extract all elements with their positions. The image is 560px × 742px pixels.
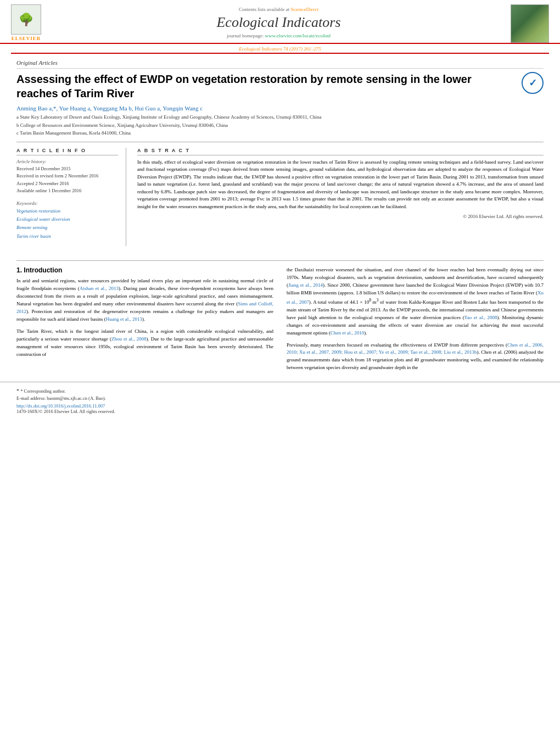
article-info-header: A R T I C L E I N F O <box>16 148 118 155</box>
journal-name: Ecological Indicators <box>58 14 500 31</box>
article-info-col: A R T I C L E I N F O Article history: R… <box>16 148 126 247</box>
info-abstract-cols: A R T I C L E I N F O Article history: R… <box>16 142 544 247</box>
corresponding-symbol: * <box>16 388 19 394</box>
article-footer: * * Corresponding author. E-mail address… <box>0 382 560 419</box>
abstract-col: A B S T R A C T In this study, effect of… <box>137 148 544 247</box>
ref-huang[interactable]: Huang et al., 2013 <box>106 316 142 322</box>
abstract-copyright: © 2016 Elsevier Ltd. All rights reserved… <box>137 214 544 219</box>
received-date: Received 14 December 2015 <box>16 165 118 173</box>
keyword-3: Remote sensing <box>16 224 118 232</box>
ref-tao2008[interactable]: Tao et al., 2008 <box>464 315 497 320</box>
keyword-2: Ecological water diversion <box>16 215 118 224</box>
ref-chen2006[interactable]: Chen et al., 2006, 2010; Xu et al., 2007… <box>287 342 544 355</box>
ref-zhou[interactable]: Zhou et al., 2008 <box>111 336 147 342</box>
corresponding-note: * * Corresponding author. <box>16 387 544 395</box>
article-title: Assessing the effect of EWDP on vegetati… <box>16 72 522 101</box>
rights-line: 1470-160X/© 2016 Elsevier Ltd. All right… <box>16 409 544 414</box>
doi-line[interactable]: http://dx.doi.org/10.1016/j.ecolind.2016… <box>16 403 544 409</box>
abstract-text: In this study, effect of ecological wate… <box>137 159 544 211</box>
keywords-label: Keywords: <box>16 200 118 206</box>
accepted-date: Accepted 2 November 2016 <box>16 180 118 188</box>
history-label: Article history: <box>16 159 118 164</box>
section-divider <box>16 260 544 261</box>
article-type: Original Articles <box>16 59 544 69</box>
abstract-header: A B S T R A C T <box>137 148 544 155</box>
affiliation-a: a State Key Laboratory of Desert and Oas… <box>16 114 544 121</box>
journal-center-header: Contents lists available at ScienceDirec… <box>47 4 511 41</box>
body-right-col: the Daxihaizi reservoir worsened the sit… <box>287 266 544 376</box>
ref-jiang[interactable]: Jiang et al., 2014 <box>288 282 323 288</box>
section1-heading: 1. Introduction <box>16 266 273 274</box>
affiliation-c: c Tarim Basin Management Bureau, Korla 8… <box>16 130 544 137</box>
sciencedirect-link[interactable]: ScienceDirect <box>291 7 318 12</box>
body-para2: The Tarim River, which is the longest in… <box>16 328 273 359</box>
keyword-4: Tarim river basin <box>16 232 118 241</box>
body-left-col: 1. Introduction In arid and semiarid reg… <box>16 266 273 376</box>
online-date: Available online 1 December 2016 <box>16 187 118 195</box>
keywords-list: Vegetation restoration Ecological water … <box>16 207 118 241</box>
homepage-link[interactable]: www.elsevier.com/locate/ecolind <box>265 33 331 38</box>
ref-chen2010[interactable]: Chen et al., 2010 <box>331 330 364 336</box>
body-para-right1: the Daxihaizi reservoir worsened the sit… <box>287 266 544 337</box>
journal-thumb-image <box>511 5 548 42</box>
body-para-right2: Previously, many researchers focused on … <box>287 342 544 372</box>
ref-aishan[interactable]: Aishan et al., 2013 <box>80 286 119 291</box>
author-names: Anming Bao a,*, Yue Huang a, Yonggang Ma… <box>16 105 203 111</box>
journal-header: 🌳 ELSEVIER Contents lists available at S… <box>0 0 560 44</box>
affiliation-b: b College of Resources and Environment S… <box>16 122 544 130</box>
keywords-section: Keywords: Vegetation restoration Ecologi… <box>16 200 118 241</box>
ref-xu2007[interactable]: Xu et al., 2007 <box>287 290 544 305</box>
body-two-col: 1. Introduction In arid and semiarid reg… <box>0 266 560 376</box>
article-container: Original Articles Assessing the effect o… <box>0 54 560 252</box>
article-dates: Received 14 December 2015 Received in re… <box>16 165 118 195</box>
email-link[interactable]: baonm@ms.xjb.ac.cn (A. Bao). <box>47 395 106 401</box>
elsevier-tree-image: 🌳 <box>11 4 41 35</box>
keyword-1: Vegetation restoration <box>16 207 118 215</box>
elsevier-logo: 🌳 ELSEVIER <box>11 4 41 41</box>
authors-line: Anming Bao a,*, Yue Huang a, Yonggang Ma… <box>16 105 544 111</box>
journal-thumbnail <box>511 4 549 43</box>
body-para1: In arid and semiarid regions, water reso… <box>16 277 273 323</box>
sciencedirect-line: Contents lists available at ScienceDirec… <box>58 7 500 12</box>
journal-issue-ref: Ecological Indicators 74 (2017) 261–275 <box>0 44 560 53</box>
affiliations: a State Key Laboratory of Desert and Oas… <box>16 114 544 137</box>
title-area: Assessing the effect of EWDP on vegetati… <box>16 72 544 101</box>
ref-sims[interactable]: Sims and Colloff, 2012 <box>16 301 273 314</box>
email-line: E-mail address: baonm@ms.xjb.ac.cn (A. B… <box>16 395 544 402</box>
crossmark-icon[interactable]: ✓ <box>522 72 544 94</box>
homepage-line: journal homepage: www.elsevier.com/locat… <box>58 33 500 38</box>
article-history-section: Article history: Received 14 December 20… <box>16 159 118 195</box>
revised-date: Received in revised form 2 November 2016 <box>16 172 118 180</box>
elsevier-brand-text: ELSEVIER <box>12 36 41 41</box>
